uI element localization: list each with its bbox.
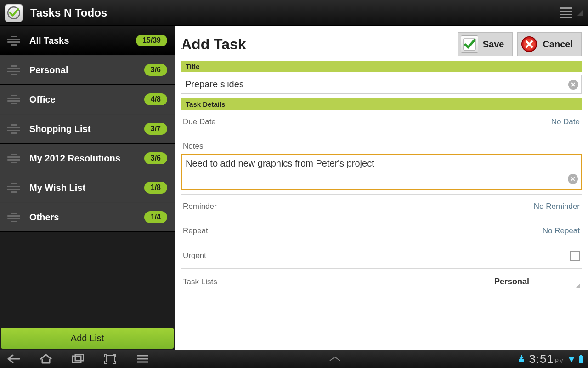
drag-handle-icon[interactable] — [7, 124, 20, 134]
sidebar-item-personal[interactable]: Personal 3/6 — [0, 55, 175, 85]
sidebar-item-count: 3/7 — [144, 123, 167, 135]
repeat-value: No Repeat — [543, 226, 580, 236]
sidebar-item-count: 1/8 — [144, 182, 167, 194]
tasklists-value: Personal — [492, 276, 580, 288]
sidebar-item-resolutions[interactable]: My 2012 Resolutions 3/6 — [0, 144, 175, 173]
sidebar-item-label: Personal — [29, 65, 144, 75]
sidebar-item-label: Others — [29, 212, 144, 223]
title-field-wrap[interactable]: ✕ — [181, 75, 582, 94]
app-logo-icon — [5, 4, 23, 22]
svg-rect-5 — [73, 356, 81, 362]
drag-handle-icon[interactable] — [7, 183, 20, 193]
battery-icon — [579, 355, 583, 363]
sidebar-item-label: My Wish List — [29, 183, 144, 193]
repeat-row[interactable]: Repeat No Repeat — [181, 219, 582, 243]
save-button[interactable]: Save — [458, 32, 513, 56]
svg-rect-9 — [579, 356, 583, 363]
sidebar-item-label: All Tasks — [29, 35, 136, 46]
drag-handle-icon[interactable] — [7, 213, 20, 222]
sidebar-item-label: Shopping List — [29, 124, 144, 134]
wifi-icon — [568, 355, 575, 363]
sidebar-item-count: 1/4 — [144, 211, 167, 223]
svg-rect-7 — [106, 356, 114, 362]
svg-rect-6 — [75, 354, 84, 361]
sidebar-item-count: 3/6 — [144, 64, 167, 76]
notes-input[interactable] — [182, 155, 581, 189]
cancel-button[interactable]: Cancel — [517, 32, 582, 56]
add-list-button[interactable]: Add List — [1, 328, 174, 349]
tasklists-row[interactable]: Task Lists Personal — [181, 269, 582, 295]
recents-icon[interactable] — [69, 354, 87, 364]
sidebar-item-others[interactable]: Others 1/4 — [0, 202, 175, 232]
add-list-label: Add List — [71, 333, 104, 344]
sidebar-item-all-tasks[interactable]: All Tasks 15/39 — [0, 26, 175, 55]
status-area[interactable]: 3:51PM — [518, 352, 583, 366]
sidebar-item-label: Office — [29, 94, 144, 105]
repeat-label: Repeat — [183, 226, 208, 236]
menu-nav-icon[interactable] — [133, 355, 152, 363]
notes-field-wrap[interactable]: ✕ — [181, 154, 582, 190]
download-icon — [518, 355, 525, 363]
sidebar-item-count: 4/8 — [144, 93, 167, 105]
cancel-label: Cancel — [543, 39, 573, 50]
sidebar-item-office[interactable]: Office 4/8 — [0, 85, 175, 114]
notes-label-row: Notes — [181, 134, 582, 154]
sidebar-item-count: 15/39 — [136, 34, 167, 46]
sidebar-item-shopping[interactable]: Shopping List 3/7 — [0, 114, 175, 144]
due-date-row[interactable]: Due Date No Date — [181, 110, 582, 134]
home-icon[interactable] — [37, 354, 55, 364]
section-title-bar: Title — [181, 61, 582, 72]
expand-icon[interactable] — [326, 356, 344, 362]
urgent-label: Urgent — [183, 251, 206, 260]
drag-handle-icon[interactable] — [7, 154, 20, 163]
urgent-row[interactable]: Urgent — [181, 243, 582, 269]
sidebar-item-label: My 2012 Resolutions — [29, 153, 144, 164]
due-date-value: No Date — [551, 117, 580, 126]
reminder-row[interactable]: Reminder No Reminder — [181, 195, 582, 219]
clear-title-icon[interactable]: ✕ — [568, 80, 578, 90]
svg-rect-8 — [519, 359, 524, 362]
svg-rect-10 — [580, 355, 582, 356]
clear-notes-icon[interactable]: ✕ — [568, 174, 578, 184]
sidebar-item-wishlist[interactable]: My Wish List 1/8 — [0, 173, 175, 202]
sidebar-item-count: 3/6 — [144, 152, 167, 164]
check-icon — [461, 35, 478, 53]
system-navbar: 3:51PM — [0, 350, 588, 368]
notes-label: Notes — [183, 142, 203, 151]
reminder-value: No Reminder — [534, 202, 580, 211]
save-label: Save — [483, 39, 504, 50]
reminder-label: Reminder — [183, 202, 217, 211]
menu-icon[interactable] — [558, 6, 574, 19]
app-title: Tasks N Todos — [30, 6, 107, 19]
clock: 3:51PM — [529, 352, 564, 366]
drag-handle-icon[interactable] — [7, 95, 20, 104]
dropdown-icon — [575, 284, 580, 288]
title-input[interactable] — [181, 75, 581, 93]
add-task-panel: Add Task Save Cancel Title ✕ Task Detail… — [175, 26, 588, 350]
tasklists-select[interactable]: Personal — [492, 276, 580, 288]
panel-title: Add Task — [181, 36, 246, 53]
drag-handle-icon — [7, 36, 20, 46]
due-date-label: Due Date — [183, 117, 216, 126]
app-bar: Tasks N Todos — [0, 0, 588, 26]
cancel-icon — [520, 35, 538, 53]
tasklists-label: Task Lists — [183, 277, 217, 287]
svg-marker-1 — [577, 10, 583, 16]
dropdown-indicator-icon — [577, 10, 583, 16]
section-details-bar: Task Details — [181, 98, 582, 110]
sidebar: All Tasks 15/39 Personal 3/6 Office 4/8 … — [0, 26, 175, 350]
drag-handle-icon[interactable] — [7, 65, 20, 75]
screenshot-icon[interactable] — [101, 354, 119, 364]
urgent-checkbox[interactable] — [570, 251, 580, 261]
back-icon[interactable] — [5, 354, 23, 363]
